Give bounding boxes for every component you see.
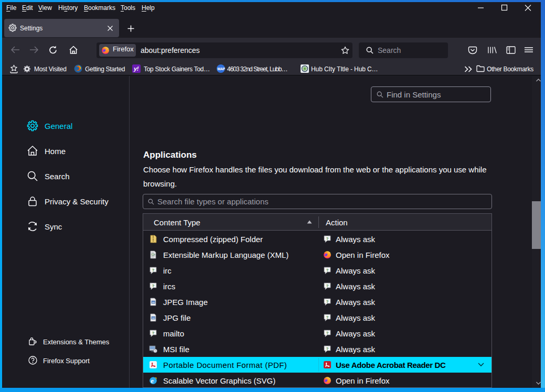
svg-text:y!: y! <box>133 66 139 72</box>
svg-text:MAP: MAP <box>218 67 226 71</box>
